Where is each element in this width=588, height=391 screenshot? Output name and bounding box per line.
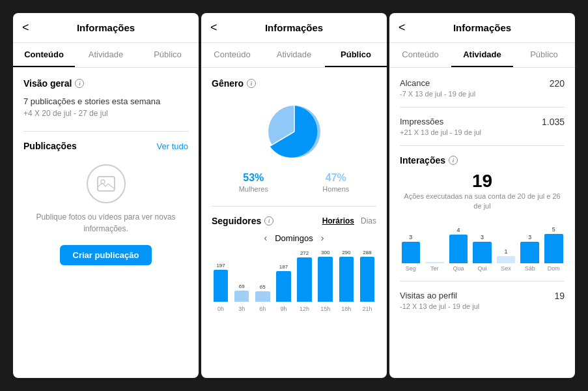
bar-6h — [255, 291, 270, 302]
homens-pct: 47% — [322, 172, 349, 184]
empty-text: Publique fotos ou vídeos para ver novas … — [23, 211, 188, 235]
activity-bar-Ter — [425, 262, 444, 263]
bar-15h — [318, 257, 333, 302]
activity-bar-label-Sáb: Sáb — [525, 265, 535, 272]
screen-3: < Informações Conteúdo Atividade Público… — [389, 13, 575, 378]
interacoes-title: Interações i — [400, 155, 565, 166]
bar-group-21h: 28821h — [358, 250, 376, 302]
nav-label: Domingos — [275, 233, 313, 243]
activity-bar-value-Qua: 4 — [456, 227, 460, 233]
tab-atividade-1[interactable]: Atividade — [75, 43, 137, 67]
bar-value-0h: 197 — [216, 263, 225, 268]
tab-publico-3[interactable]: Público — [513, 43, 575, 67]
bar-9h — [276, 271, 291, 302]
bar-label-9h: 9h — [274, 306, 292, 312]
screen2-title: Informações — [265, 22, 323, 33]
activity-bar-group-Sáb: 3Sáb — [519, 226, 541, 272]
screen2-tabs: Conteúdo Atividade Público — [201, 43, 387, 68]
tab-publico-2[interactable]: Público — [325, 43, 387, 67]
bar-label-18h: 18h — [337, 306, 356, 312]
activity-bar-Dom — [544, 234, 563, 263]
dias-tab[interactable]: Dias — [361, 216, 376, 225]
bar-value-12h: 272 — [300, 250, 309, 256]
activity-bar-label-Qua: Qua — [453, 265, 464, 272]
alcance-sub: -7 X 13 de jul - 19 de jul — [400, 90, 475, 98]
mulheres-label: Mulheres — [239, 185, 268, 193]
followers-section: Seguidores i Horários Dias ‹ Domingos › … — [212, 216, 376, 315]
genero-title: Gênero i — [212, 78, 376, 89]
impressoes-info: Impressões +21 X 13 de jul - 19 de jul — [400, 117, 481, 136]
bar-group-15h: 30015h — [316, 250, 335, 302]
visitas-sub: -12 X 13 de jul - 19 de jul — [400, 302, 479, 310]
alcance-row: Alcance -7 X 13 de jul - 19 de jul 220 — [400, 78, 565, 98]
horarios-tab[interactable]: Horários — [322, 216, 354, 225]
gender-homens: 47% Homens — [322, 172, 349, 193]
seguidores-info-icon: i — [264, 216, 273, 225]
tab-conteudo-3[interactable]: Conteúdo — [389, 43, 451, 67]
divider-2 — [212, 206, 376, 207]
screen2-body: Gênero i 53% Mulher — [201, 68, 387, 378]
prev-arrow[interactable]: ‹ — [264, 233, 268, 243]
bar-label-6h: 6h — [253, 306, 272, 312]
tab-conteudo-2[interactable]: Conteúdo — [201, 43, 263, 67]
pie-container — [212, 99, 376, 164]
bar-label-15h: 15h — [316, 306, 335, 312]
publications-title: Publicações — [23, 141, 77, 151]
genero-info-icon: i — [247, 79, 256, 88]
time-tabs: Horários Dias — [322, 216, 376, 225]
activity-bar-group-Sex: 1Sex — [495, 226, 517, 272]
gender-labels: 53% Mulheres 47% Homens — [212, 172, 376, 193]
activity-bar-Seg — [402, 242, 421, 263]
bar-value-15h: 300 — [321, 250, 329, 255]
visao-info-icon: i — [75, 79, 84, 88]
visitas-row: Visitas ao perfil -12 X 13 de jul - 19 d… — [400, 291, 565, 310]
bar-value-6h: 65 — [260, 284, 266, 290]
bar-0h — [214, 270, 229, 302]
back-icon-1[interactable]: < — [22, 21, 29, 35]
visitas-title: Visitas ao perfil — [400, 291, 479, 300]
overview-main-text: 7 publicações e stories esta semana — [23, 96, 188, 106]
next-arrow[interactable]: › — [321, 233, 324, 243]
back-icon-2[interactable]: < — [210, 21, 217, 35]
divider-1 — [23, 131, 188, 132]
pie-chart — [262, 99, 327, 164]
bar-value-3h: 69 — [239, 283, 245, 289]
back-icon-3[interactable]: < — [399, 21, 406, 35]
tab-atividade-3[interactable]: Atividade — [451, 43, 513, 67]
activity-bar-value-Qui: 3 — [481, 234, 484, 240]
followers-bar-chart: 1970h693h656h1879h27212h30015h29018h2882… — [212, 250, 376, 315]
bar-group-18h: 29018h — [337, 250, 356, 302]
activity-bar-group-Qui: 3Qui — [471, 226, 494, 272]
screen1-tabs: Conteúdo Atividade Público — [13, 43, 199, 68]
activity-bar-Qui — [473, 242, 492, 263]
bar-21h — [360, 257, 375, 302]
screens-container: < Informações Conteúdo Atividade Público… — [0, 0, 588, 391]
visitas-value: 19 — [554, 291, 565, 301]
interacoes-big-sub: Ações executadas na sua conta de 20 de j… — [400, 192, 565, 212]
bar-group-12h: 27212h — [296, 250, 314, 302]
activity-bar-value-Seg: 3 — [409, 234, 412, 240]
screen3-tabs: Conteúdo Atividade Público — [389, 43, 575, 68]
bar-group-0h: 1970h — [212, 250, 230, 302]
tab-conteudo-1[interactable]: Conteúdo — [13, 43, 75, 67]
activity-bar-label-Seg: Seg — [406, 265, 416, 272]
screen1-title: Informações — [77, 22, 135, 33]
activity-bar-label-Ter: Ter — [430, 265, 439, 272]
screen3-title: Informações — [453, 22, 511, 33]
activity-bar-Sex — [497, 256, 516, 263]
screen-2: < Informações Conteúdo Atividade Público… — [201, 13, 387, 378]
activity-bar-Qua — [449, 235, 468, 263]
ver-tudo-link[interactable]: Ver tudo — [157, 141, 188, 151]
criar-publicacao-btn[interactable]: Criar publicação — [60, 245, 152, 265]
screen1-header: < Informações — [13, 13, 199, 43]
bar-group-9h: 1879h — [274, 250, 292, 302]
activity-bar-group-Seg: 3Seg — [400, 226, 422, 272]
tab-publico-1[interactable]: Público — [137, 43, 199, 67]
activity-bar-value-Sex: 1 — [505, 248, 508, 255]
publications-header: Publicações Ver tudo — [23, 141, 188, 151]
impressoes-title: Impressões — [400, 117, 481, 126]
screen2-header: < Informações — [201, 13, 387, 43]
tab-atividade-2[interactable]: Atividade — [263, 43, 325, 67]
activity-bar-group-Qua: 4Qua — [447, 226, 469, 272]
empty-state: Publique fotos ou vídeos para ver novas … — [23, 164, 188, 265]
